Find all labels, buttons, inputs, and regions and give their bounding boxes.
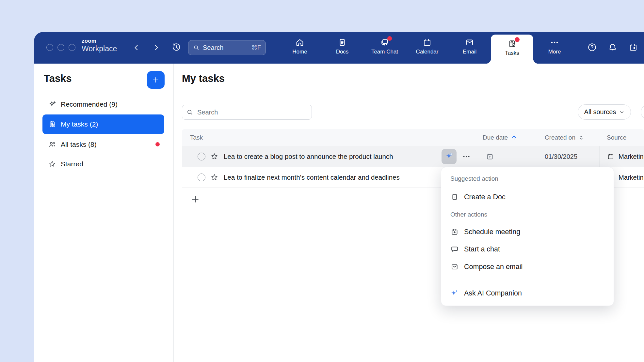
- window-zoom-button[interactable]: [69, 44, 75, 51]
- menu-item-ask-ai-companion[interactable]: Ask AI Companion: [441, 286, 611, 300]
- sort-ascending-arrow-icon: [510, 134, 518, 141]
- column-divider: [599, 146, 600, 167]
- task-row-1[interactable]: Lea to create a blog post to announce th…: [182, 146, 644, 167]
- source-calendar-icon: [607, 153, 615, 160]
- task-search-input[interactable]: [182, 105, 312, 120]
- sidebar-item-starred[interactable]: Starred: [42, 155, 164, 173]
- search-shortcut: ⌘F: [251, 44, 261, 51]
- column-header-task: Task: [190, 129, 203, 146]
- bell-icon: [608, 42, 618, 52]
- task-title: Lea to create a blog post to announce th…: [224, 146, 393, 167]
- menu-divider: [450, 280, 606, 280]
- history-button[interactable]: [171, 42, 182, 53]
- column-divider: [477, 146, 477, 167]
- people-icon: [48, 140, 56, 149]
- tasks-sidebar: Tasks Recommended (9) My tasks (2): [34, 64, 174, 362]
- menu-item-create-doc[interactable]: Create a Doc: [441, 190, 611, 204]
- page-title: My tasks: [182, 73, 225, 84]
- more-dots-icon: [550, 38, 559, 47]
- window-controls: [46, 44, 75, 51]
- menu-item-start-chat[interactable]: Start a chat: [441, 242, 611, 256]
- row-more-actions-button[interactable]: [461, 152, 471, 161]
- star-icon: [48, 160, 56, 168]
- sidebar-item-all-tasks[interactable]: All tasks (8): [42, 135, 164, 154]
- more-dots-icon: [461, 152, 471, 161]
- sidebar-title: Tasks: [44, 73, 72, 84]
- table-header: Task Due date Created on Source: [182, 129, 644, 146]
- doc-icon: [450, 193, 459, 201]
- new-task-button[interactable]: [147, 71, 165, 89]
- top-navbar: zoom Workplace Search ⌘F Home Do: [34, 32, 644, 64]
- task-search: [182, 105, 312, 120]
- filter-button-clipped[interactable]: [641, 104, 644, 120]
- window-close-button[interactable]: [46, 44, 53, 51]
- star-icon: [210, 152, 219, 161]
- help-icon: [587, 42, 597, 52]
- ai-action-menu: Suggested action Create a Doc Other acti…: [441, 167, 614, 306]
- column-header-due-date[interactable]: Due date: [483, 129, 518, 146]
- add-due-date-button[interactable]: [486, 152, 494, 161]
- logo-workplace-text: Workplace: [82, 44, 117, 53]
- help-button[interactable]: [587, 42, 597, 52]
- sources-filter-label: All sources: [584, 108, 616, 116]
- tab-email[interactable]: Email: [448, 32, 491, 64]
- logo-zoom-text: zoom: [82, 38, 117, 44]
- tab-tasks[interactable]: Tasks: [491, 35, 533, 64]
- source-value: Marketing: [619, 167, 644, 188]
- docs-icon: [337, 38, 347, 47]
- email-icon: [465, 38, 475, 47]
- ai-sparkle-icon: [444, 152, 454, 161]
- notifications-button[interactable]: [608, 42, 618, 52]
- sidebar-item-my-tasks[interactable]: My tasks (2): [42, 114, 164, 134]
- star-task-button[interactable]: [210, 152, 219, 161]
- forward-button[interactable]: [152, 43, 161, 52]
- history-clock-icon: [171, 42, 182, 53]
- sort-chevrons-icon: [578, 134, 585, 141]
- schedule-button[interactable]: [628, 42, 638, 52]
- sidebar-item-label: Recommended (9): [61, 100, 118, 108]
- column-header-created-on[interactable]: Created on: [545, 129, 585, 146]
- complete-task-checkbox[interactable]: [198, 173, 205, 181]
- sidebar-item-label: My tasks (2): [61, 120, 98, 128]
- global-search[interactable]: Search ⌘F: [188, 40, 266, 55]
- sidebar-list: Recommended (9) My tasks (2) All tasks (…: [42, 95, 164, 174]
- chat-bubble-icon: [450, 245, 459, 253]
- menu-item-compose-email[interactable]: Compose an email: [441, 260, 611, 274]
- envelope-icon: [450, 263, 459, 271]
- calendar-plus-icon: [486, 152, 494, 161]
- zoom-workplace-logo: zoom Workplace: [82, 38, 117, 53]
- complete-task-checkbox[interactable]: [198, 153, 205, 160]
- search-icon: [193, 44, 200, 51]
- tab-docs[interactable]: Docs: [321, 32, 363, 64]
- sidebar-item-recommended[interactable]: Recommended (9): [42, 95, 164, 113]
- add-task-inline-button[interactable]: [190, 194, 200, 204]
- menu-item-schedule-meeting[interactable]: Schedule meeting: [441, 225, 611, 239]
- navbar-right-actions: [587, 42, 638, 52]
- created-on-value: 01/30/2025: [545, 146, 577, 167]
- tab-calendar[interactable]: Calendar: [406, 32, 448, 64]
- sources-filter-dropdown[interactable]: All sources: [578, 104, 631, 120]
- tab-team-chat[interactable]: Team Chat: [363, 32, 406, 64]
- tab-home[interactable]: Home: [279, 32, 321, 64]
- sidebar-item-label: All tasks (8): [61, 141, 97, 148]
- plus-icon: [152, 76, 160, 84]
- back-button[interactable]: [132, 43, 141, 52]
- sidebar-item-label: Starred: [61, 160, 83, 168]
- tab-more[interactable]: More: [533, 32, 576, 64]
- plus-icon: [190, 194, 200, 204]
- star-task-button[interactable]: [210, 173, 219, 182]
- ai-companion-action-button[interactable]: [442, 149, 457, 164]
- menu-section-suggested: Suggested action: [450, 175, 498, 182]
- nav-tabs: Home Docs Team Chat Calendar Email: [279, 32, 576, 64]
- star-icon: [210, 173, 219, 182]
- window-minimize-button[interactable]: [57, 44, 64, 51]
- calendar-plus-icon: [450, 228, 459, 236]
- source-value: Marketing: [619, 146, 644, 167]
- ai-companion-icon: [450, 289, 459, 298]
- my-tasks-clipboard-icon: [48, 120, 56, 128]
- home-icon: [295, 38, 305, 47]
- tasks-notification-dot: [515, 37, 520, 42]
- task-title: Lea to finalize next month’s content cal…: [224, 167, 400, 188]
- global-search-placeholder: Search: [203, 44, 248, 52]
- menu-section-other: Other actions: [450, 211, 487, 218]
